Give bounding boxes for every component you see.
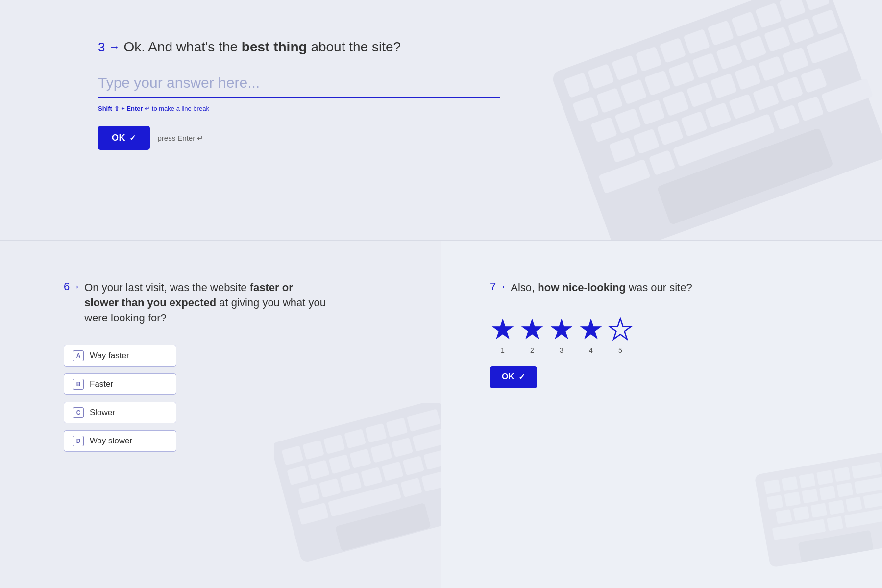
question-3-number: 3 <box>98 40 105 55</box>
star-filled-4: ★ <box>578 315 604 343</box>
q7-pre: Also, <box>511 281 538 294</box>
star-number-2: 2 <box>530 346 534 354</box>
question-3-arrow: → <box>109 41 120 53</box>
svg-rect-80 <box>816 470 833 485</box>
svg-rect-83 <box>767 495 784 510</box>
ok-row: OK ✓ press Enter ↵ <box>98 126 490 150</box>
choice-key-b: B <box>73 379 84 390</box>
svg-rect-79 <box>799 473 816 488</box>
top-section: 3 → Ok. And what's the best thing about … <box>0 0 882 240</box>
question-3-bold: best thing <box>242 39 307 54</box>
star-number-3: 3 <box>560 346 564 354</box>
choice-key-d: D <box>73 436 84 446</box>
svg-rect-85 <box>802 489 818 503</box>
choice-label-c: Slower <box>90 408 115 417</box>
star-filled-1: ★ <box>490 315 515 343</box>
press-enter-hint: press Enter ↵ <box>158 134 204 143</box>
top-content: 3 → Ok. And what's the best thing about … <box>98 39 490 150</box>
choice-btn-b[interactable]: BFaster <box>64 373 176 395</box>
ok-button-q7[interactable]: OK ✓ <box>490 366 537 388</box>
svg-rect-84 <box>784 491 801 506</box>
ok-label-top: OK <box>112 133 125 143</box>
hint-enter-symbol: ↵ <box>145 105 152 112</box>
choice-key-a: A <box>73 350 84 361</box>
question-6-number: 6→ <box>64 280 80 293</box>
q7-post: was our site? <box>626 281 692 294</box>
star-item-1[interactable]: ★1 <box>490 315 515 354</box>
star-item-3[interactable]: ★3 <box>549 315 574 354</box>
question-3-pre: Ok. And what's the <box>123 39 241 54</box>
question-7-text: Also, how nice-looking was our site? <box>511 280 692 295</box>
bottom-right-section: 7→ Also, how nice-looking was our site? … <box>441 241 882 588</box>
star-number-4: 4 <box>589 346 593 354</box>
choice-key-c: C <box>73 407 84 418</box>
choice-btn-d[interactable]: DWay slower <box>64 430 176 452</box>
star-empty-5: ★ <box>608 315 633 343</box>
question-6-label: 6→ On your last visit, was the website f… <box>64 280 328 325</box>
ok-label-q7: OK <box>502 372 514 382</box>
svg-rect-92 <box>828 500 845 514</box>
bottom-row: 6→ On your last visit, was the website f… <box>0 241 882 588</box>
svg-rect-81 <box>834 467 851 482</box>
keyboard-decoration-bottom-right <box>755 452 882 588</box>
question-7-number: 7→ <box>490 280 507 293</box>
svg-rect-93 <box>846 497 862 512</box>
choice-label-b: Faster <box>90 379 113 389</box>
choice-label-d: Way slower <box>90 436 132 446</box>
q7-bold: how nice-looking <box>538 281 626 294</box>
keyboard-decoration-top <box>529 0 882 240</box>
question-3-post: about the site? <box>307 39 401 54</box>
hint-enter: Enter <box>126 105 143 112</box>
bottom-left-section: 6→ On your last visit, was the website f… <box>0 241 441 588</box>
star-number-5: 5 <box>618 346 622 354</box>
question-3-label: 3 → Ok. And what's the best thing about … <box>98 39 490 55</box>
svg-rect-87 <box>837 483 854 497</box>
svg-rect-86 <box>819 486 836 500</box>
question-7-label: 7→ Also, how nice-looking was our site? <box>490 280 755 295</box>
ok-check-top: ✓ <box>129 133 136 143</box>
star-filled-2: ★ <box>519 315 545 343</box>
star-item-2[interactable]: ★2 <box>519 315 545 354</box>
svg-rect-89 <box>776 509 792 524</box>
question-6-text: On your last visit, was the website fast… <box>84 280 328 325</box>
svg-rect-77 <box>764 479 781 494</box>
choice-btn-a[interactable]: AWay faster <box>64 345 176 367</box>
star-item-5[interactable]: ★5 <box>608 315 633 354</box>
svg-rect-90 <box>793 506 810 521</box>
hint-text: Shift ⇧ + Enter ↵ to make a line break <box>98 105 490 112</box>
answer-input[interactable] <box>98 71 500 98</box>
star-filled-3: ★ <box>549 315 574 343</box>
hint-shift: Shift <box>98 105 112 112</box>
star-rating[interactable]: ★1★2★3★4★5 <box>490 315 882 354</box>
choice-label-a: Way faster <box>90 351 129 361</box>
hint-rest: to make a line break <box>152 105 209 112</box>
star-item-4[interactable]: ★4 <box>578 315 604 354</box>
keyboard-decoration-bottom-left <box>274 403 441 588</box>
q6-pre: On your last visit, was the website <box>84 281 249 294</box>
ok-button-top[interactable]: OK ✓ <box>98 126 150 150</box>
question-3-text: Ok. And what's the best thing about the … <box>123 39 401 55</box>
ok-check-q7: ✓ <box>518 372 525 382</box>
svg-rect-78 <box>782 476 798 491</box>
hint-shift-symbol: ⇧ + <box>114 105 127 112</box>
svg-rect-91 <box>810 503 827 517</box>
star-number-1: 1 <box>501 346 505 354</box>
choice-btn-c[interactable]: CSlower <box>64 402 176 423</box>
svg-rect-96 <box>827 516 843 531</box>
